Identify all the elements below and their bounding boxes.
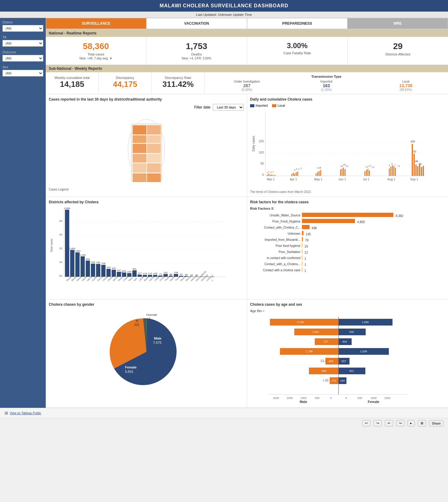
svg-text:1500: 1500 [287, 397, 293, 400]
risk-chart: Unsafe_Water_Source 8,382 Poor_Food_Hygi… [250, 213, 445, 272]
total-cases-label: Total cases [50, 52, 142, 56]
svg-text:5,831: 5,831 [125, 370, 134, 373]
svg-text:112: 112 [148, 272, 152, 275]
back-button[interactable]: ↩ [385, 420, 393, 426]
svg-text:337: 337 [341, 360, 346, 363]
svg-text:1,230: 1,230 [80, 254, 86, 256]
svg-rect-56 [393, 166, 394, 176]
svg-text:3: 3 [300, 167, 302, 170]
dashboard: MALAWI CHOLERA SURVEILLANCE DASHBOARD La… [0, 0, 448, 428]
svg-text:108: 108 [153, 272, 157, 275]
svg-text:52: 52 [413, 150, 416, 153]
footer: ⊞ View on Tableau Public [0, 408, 448, 418]
toolbar: ↩ ↪ ↩ ↪ ▸ ⊞ Share [0, 418, 448, 428]
svg-text:5: 5 [320, 166, 321, 169]
forward-button[interactable]: ↪ [396, 420, 404, 426]
svg-text:1: 1 [272, 170, 274, 173]
svg-text:73: 73 [159, 273, 162, 276]
transmission-title: Transmission Type [207, 75, 446, 78]
svg-rect-63 [421, 167, 422, 176]
cfr-label: Case Fatality Rate [252, 51, 343, 55]
district-select[interactable]: (All) [2, 25, 43, 32]
play-button[interactable]: ▸ [407, 420, 415, 426]
discrepancy-rate-label: Discrepancy Rate [155, 76, 201, 80]
deaths-value: 1,753 [151, 41, 242, 51]
sex-select[interactable]: (All) [2, 70, 43, 77]
svg-text:Neno: Neno [128, 276, 133, 282]
svg-rect-40 [297, 172, 298, 176]
outcome-select[interactable]: (All) [2, 55, 43, 62]
svg-rect-48 [345, 169, 346, 176]
filter-date-select[interactable]: Last 30 days [213, 104, 244, 111]
risk-row-9: Contact with a cholera case 1 [250, 268, 445, 272]
sex-filter: Sex (All) [2, 65, 43, 77]
tab-mre[interactable]: MRE [347, 18, 448, 29]
svg-rect-6 [133, 144, 146, 153]
share-button[interactable]: Share [429, 420, 443, 426]
tab-preparedness[interactable]: PREPAREDNESS [247, 18, 348, 29]
svg-text:53: 53 [180, 273, 183, 276]
last-updated-value: Unknown Update Time [218, 13, 252, 16]
svg-text:1: 1 [394, 163, 396, 166]
svg-text:1: 1 [268, 170, 270, 173]
stat-deaths: 1,753 Deaths New: +4, CFR: 3.00% [146, 37, 247, 65]
stat-districts: 29 Districts Affected [348, 37, 448, 65]
svg-text:46: 46 [415, 160, 418, 163]
svg-rect-9 [147, 154, 161, 162]
svg-text:381: 381 [132, 268, 137, 270]
svg-text:425: 425 [112, 267, 116, 270]
svg-text:43: 43 [418, 162, 421, 166]
ta-filter: TA (All) [2, 35, 43, 47]
svg-rect-64 [423, 166, 424, 176]
svg-text:Female: Female [125, 365, 137, 369]
risk-factors-title: Risk factors for the cholera cases [250, 200, 445, 204]
redo-button[interactable]: ↪ [374, 420, 382, 426]
last-updated-label: Last Updated: [196, 13, 217, 16]
svg-text:4K: 4K [59, 219, 63, 223]
districts-bar-svg: 0K 1K 2K 3K 4K Total cases [49, 207, 229, 295]
svg-rect-39 [296, 172, 297, 176]
svg-text:2: 2 [212, 274, 213, 277]
svg-text:1000: 1000 [371, 397, 377, 400]
svg-text:Aug 1: Aug 1 [387, 178, 396, 181]
tableau-link[interactable]: View on Tableau Public [10, 411, 41, 415]
svg-text:Jun 1: Jun 1 [339, 178, 346, 181]
svg-rect-102 [65, 210, 69, 277]
fullscreen-button[interactable]: ⊞ [418, 420, 426, 426]
svg-rect-55 [392, 165, 393, 176]
risk-row-2: Contact_with_Cholera_C... 696 [250, 225, 445, 230]
undo-button[interactable]: ↩ [362, 420, 371, 426]
svg-text:Mar 1: Mar 1 [267, 178, 275, 181]
svg-text:Female: Female [368, 400, 379, 404]
tab-vaccination[interactable]: VACCINATION [146, 18, 247, 29]
ta-select[interactable]: (All) [2, 40, 43, 47]
svg-text:908: 908 [321, 369, 326, 372]
svg-text:500: 500 [357, 397, 362, 400]
legend-local: Local [272, 104, 285, 107]
svg-rect-120 [112, 270, 116, 277]
svg-text:4: 4 [298, 168, 300, 170]
svg-text:3: 3 [270, 171, 272, 174]
svg-rect-58 [412, 144, 413, 176]
svg-text:1,796: 1,796 [306, 350, 313, 353]
svg-text:Daily cases: Daily cases [252, 136, 255, 151]
svg-text:224: 224 [127, 270, 131, 273]
svg-rect-49 [364, 171, 365, 176]
svg-text:2K: 2K [59, 247, 63, 250]
svg-text:6: 6 [296, 168, 298, 170]
svg-rect-46 [342, 169, 342, 176]
svg-text:1,361: 1,361 [312, 330, 319, 333]
svg-rect-38 [294, 173, 295, 176]
tab-surveillance[interactable]: SURVEILLANCE [46, 18, 146, 29]
svg-text:0: 0 [345, 397, 347, 400]
svg-rect-7 [147, 144, 161, 153]
stat-cfr: 3.00% Case Fatality Rate [247, 37, 348, 65]
svg-text:476: 476 [106, 266, 111, 269]
svg-rect-2 [133, 125, 146, 134]
discrepancy-value: 44,175 [102, 80, 148, 89]
weekly-stats-row: Weekly cumulative total 14,185 Discrepan… [46, 72, 448, 94]
svg-text:0: 0 [330, 397, 332, 400]
total-cases-sub: New: +49, 7-day-avg. ▼ [50, 57, 142, 60]
svg-rect-33 [271, 174, 272, 176]
svg-rect-130 [138, 275, 142, 277]
